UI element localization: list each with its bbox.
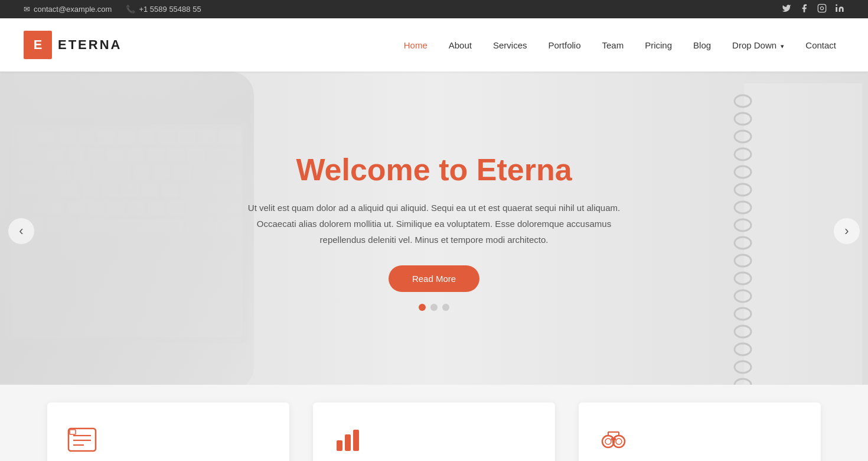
nav-item-contact[interactable]: Contact [797, 34, 844, 56]
svg-point-86 [616, 439, 622, 444]
slider-dot-1[interactable] [419, 304, 426, 311]
nav-item-home[interactable]: Home [396, 34, 436, 56]
twitter-link[interactable] [782, 4, 791, 15]
slider-prev-button[interactable]: ‹ [8, 218, 34, 244]
nav-link-pricing[interactable]: Pricing [637, 34, 680, 56]
svg-rect-80 [337, 440, 342, 451]
card-3-icon [598, 424, 629, 456]
nav-link-team[interactable]: Team [594, 34, 632, 56]
nav-link-services[interactable]: Services [485, 34, 536, 56]
read-more-button[interactable]: Read More [389, 265, 479, 292]
nav-link-contact[interactable]: Contact [797, 34, 844, 56]
svg-rect-82 [353, 430, 359, 451]
nav-link-about[interactable]: About [440, 34, 480, 56]
topbar-email: ✉ contact@example.com [24, 5, 112, 14]
svg-rect-79 [70, 430, 76, 434]
phone-icon: 📞 [126, 5, 135, 14]
instagram-link[interactable] [817, 4, 827, 15]
nav-link-home[interactable]: Home [396, 34, 436, 56]
facebook-link[interactable] [800, 4, 809, 15]
nav-item-portfolio[interactable]: Portfolio [540, 34, 589, 56]
nav-link-blog[interactable]: Blog [685, 34, 719, 56]
svg-rect-81 [345, 434, 351, 451]
nav-item-services[interactable]: Services [485, 34, 536, 56]
svg-rect-0 [818, 4, 825, 12]
topbar: ✉ contact@example.com 📞 +1 5589 55488 55 [0, 0, 868, 18]
slider-dots [419, 304, 449, 311]
nav-item-blog[interactable]: Blog [685, 34, 719, 56]
svg-point-2 [836, 4, 837, 6]
slider-dot-3[interactable] [442, 304, 449, 311]
card-dolor-sitema: Dolor Sitema Minim veniam, quis nostrud … [313, 402, 555, 461]
nav-links: Home About Services Portfolio Team Prici… [396, 34, 844, 56]
card-sed-ut: Sed ut perspiciatis Duis aute irure dolo… [579, 402, 821, 461]
feature-cards: Lorem Ipsum Voluptatum deleniti atque co… [0, 385, 868, 461]
nav-link-dropdown[interactable]: Drop Down ▾ [724, 34, 792, 56]
logo-box: E [24, 31, 52, 59]
topbar-social [782, 4, 844, 15]
nav-item-team[interactable]: Team [594, 34, 632, 56]
slider-next-button[interactable]: › [834, 218, 860, 244]
hero-content: Welcome to Eterna Ut velit est quam dolo… [0, 72, 868, 391]
card-1-icon [66, 424, 98, 456]
card-2-icon [332, 424, 364, 456]
topbar-contact: ✉ contact@example.com 📞 +1 5589 55488 55 [24, 5, 201, 14]
svg-rect-87 [611, 438, 616, 440]
svg-point-85 [605, 439, 611, 444]
chevron-down-icon: ▾ [781, 43, 784, 50]
hero-title: Welcome to Eterna [296, 151, 572, 188]
slider-dot-2[interactable] [430, 304, 438, 311]
nav-item-pricing[interactable]: Pricing [637, 34, 680, 56]
hero-subtitle: Ut velit est quam dolor ad a aliquid qui… [233, 200, 635, 248]
linkedin-link[interactable] [835, 4, 844, 15]
topbar-phone: 📞 +1 5589 55488 55 [126, 5, 201, 14]
hero-section: ‹ Welcome to Eterna Ut velit est quam do… [0, 72, 868, 391]
nav-link-portfolio[interactable]: Portfolio [540, 34, 589, 56]
email-icon: ✉ [24, 5, 30, 14]
card-lorem-ipsum: Lorem Ipsum Voluptatum deleniti atque co… [47, 402, 289, 461]
nav-item-dropdown[interactable]: Drop Down ▾ [724, 34, 792, 56]
logo[interactable]: E ETERNA [24, 31, 122, 59]
nav-item-about[interactable]: About [440, 34, 480, 56]
navbar: E ETERNA Home About Services Portfolio T… [0, 18, 868, 72]
logo-text: ETERNA [58, 37, 122, 53]
